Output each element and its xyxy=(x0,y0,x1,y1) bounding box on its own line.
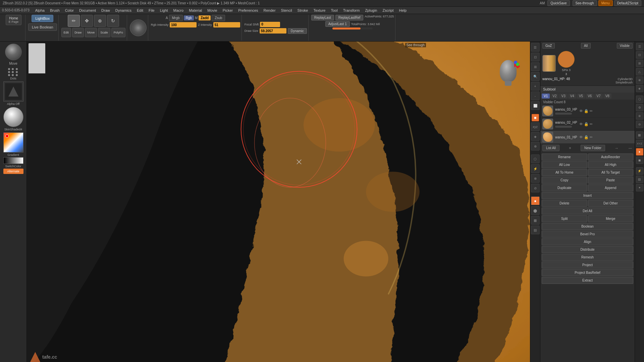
boolean-btn[interactable]: Boolean xyxy=(542,223,633,230)
extract-btn[interactable]: Extract xyxy=(542,277,633,284)
side-icon-misc2[interactable]: ▤ xyxy=(531,226,540,234)
default-zscript-btn[interactable]: DefaultZScript xyxy=(614,0,641,6)
gradient-bar[interactable] xyxy=(3,157,23,164)
rename-btn[interactable]: Rename xyxy=(542,154,587,161)
edit-icon-02[interactable]: ✏ xyxy=(590,122,593,126)
zadd-btn[interactable]: Zadd xyxy=(199,15,211,20)
alpha-preview[interactable] xyxy=(3,81,23,102)
dash-icon[interactable]: — xyxy=(628,146,633,150)
menu-color[interactable]: Color xyxy=(63,8,76,13)
tab-v4[interactable]: V4 xyxy=(568,94,576,99)
edit-icon-01[interactable]: ✏ xyxy=(590,135,593,139)
brush-preview[interactable] xyxy=(130,19,147,36)
plus-icon[interactable]: + xyxy=(568,146,573,150)
move-tool-btn[interactable]: ✥ xyxy=(81,15,93,27)
cylinder-thumb[interactable] xyxy=(542,55,556,72)
move-btn[interactable]: Move xyxy=(85,28,97,37)
rp-icon-xyz[interactable]: XYZ xyxy=(636,140,643,147)
rp-icon-linefill[interactable]: ▦ xyxy=(636,131,643,139)
distribute-btn[interactable]: Distribute xyxy=(542,246,633,253)
side-icon-snap2[interactable]: ⊕ xyxy=(531,142,540,150)
rp-icon-3[interactable]: ⊞ xyxy=(636,60,643,67)
insert-btn[interactable]: Insert xyxy=(542,192,633,199)
replay-last-ref-btn[interactable]: ReplayLastRef xyxy=(335,15,364,20)
rp-icon-zremesh[interactable]: ⚙ xyxy=(636,104,643,111)
side-icon-xyz[interactable]: xyz xyxy=(531,122,540,131)
color-picker[interactable] xyxy=(3,132,23,153)
side-icon-misc[interactable]: ▦ xyxy=(531,216,540,225)
side-icon-brush[interactable]: ⬤ xyxy=(531,206,540,215)
copy-btn[interactable]: Copy xyxy=(542,177,587,184)
rp-icon-polygroup[interactable]: ⊗ xyxy=(636,112,643,120)
rp-icon-orange[interactable]: ● xyxy=(636,148,643,156)
dynamic-btn[interactable]: Dynamic xyxy=(288,28,307,34)
menu-brush[interactable]: Brush xyxy=(48,8,62,13)
delete-btn[interactable]: Delete xyxy=(542,200,587,207)
side-icon-zoom-actual[interactable]: ⊡ xyxy=(531,53,540,61)
rp-icon-mirror[interactable]: ⊖ xyxy=(636,121,643,128)
quick-save-btn[interactable]: QuickSave xyxy=(547,0,570,6)
menu-stencil[interactable]: Stencil xyxy=(279,8,294,13)
side-icon-zoom-all[interactable]: ⊞ xyxy=(531,62,540,71)
alternate-btn[interactable]: Alternate xyxy=(3,169,23,174)
tab-v5[interactable]: V5 xyxy=(577,94,585,99)
draw-btn[interactable]: Draw xyxy=(72,28,84,37)
rp-icon-sculpt3[interactable]: ▤ xyxy=(636,176,643,183)
visibility-slider-03[interactable] xyxy=(555,113,572,115)
append-btn[interactable]: Append xyxy=(588,184,634,191)
menu-movie[interactable]: Movie xyxy=(205,8,219,13)
draw-size-slider[interactable]: 59.2057 xyxy=(260,28,286,34)
remesh-btn[interactable]: Remesh xyxy=(542,254,633,261)
side-icon-orange2[interactable]: ■ xyxy=(531,196,540,205)
menu-render[interactable]: Render xyxy=(261,8,278,13)
menu-stroke[interactable]: Stroke xyxy=(295,8,311,13)
side-icon-zoom[interactable]: 🔍 xyxy=(531,72,540,81)
scale-btn[interactable]: Scale xyxy=(98,28,110,37)
tab-v2[interactable]: V2 xyxy=(550,94,558,99)
rp-icon-5[interactable]: ⊕ xyxy=(636,76,643,84)
rotate-btn[interactable]: PolyFo xyxy=(111,28,125,37)
rgb-intensity-slider[interactable]: 100 xyxy=(170,22,197,27)
menu-file[interactable]: File xyxy=(146,8,157,13)
side-icon-orange[interactable]: ◼ xyxy=(532,114,539,121)
list-all-btn[interactable]: List All xyxy=(542,145,559,151)
menu-draw[interactable]: Draw xyxy=(99,8,112,13)
edit-btn[interactable]: Edit xyxy=(61,28,71,37)
duplicate-btn[interactable]: Duplicate xyxy=(542,184,587,191)
eye-icon-03[interactable]: 👁 xyxy=(579,109,583,113)
tab-v6[interactable]: V6 xyxy=(586,94,594,99)
side-icon-snap[interactable]: ◈ xyxy=(531,132,540,141)
project-bas-relief-btn[interactable]: Project BasRelief xyxy=(542,269,633,276)
tab-v1[interactable]: V1 xyxy=(542,94,550,99)
scale-tool-btn[interactable]: ⊕ xyxy=(94,15,106,27)
replay-last-btn[interactable]: ReplayLast xyxy=(311,15,334,20)
menu-tool[interactable]: Tool xyxy=(328,8,340,13)
adjust-last-btn[interactable]: AdjustLast 1 xyxy=(325,21,350,27)
all-to-target-btn[interactable]: All To Target xyxy=(588,169,634,176)
menu-dynamics[interactable]: Dynamics xyxy=(113,8,134,13)
simple-brush-thumb[interactable] xyxy=(558,51,575,68)
lock-icon-02[interactable]: 🔒 xyxy=(584,122,589,126)
rgb-btn[interactable]: Rgb xyxy=(184,15,194,20)
side-icon-zoom-in[interactable]: + xyxy=(531,82,540,90)
side-icon-poly[interactable]: ⬡ xyxy=(531,155,540,163)
go-z-btn[interactable]: GoZ xyxy=(542,43,555,49)
menu-preferences[interactable]: Preferences xyxy=(236,8,260,13)
menu-zplugin[interactable]: Zplugin xyxy=(363,8,379,13)
rp-icon-7[interactable]: ⬡ xyxy=(636,96,643,103)
see-through-btn[interactable]: See-through xyxy=(573,0,597,6)
rp-icon-1[interactable]: ☰ xyxy=(636,43,643,50)
tab-v3[interactable]: V3 xyxy=(559,94,567,99)
edit-icon-03[interactable]: ✏ xyxy=(590,109,593,113)
home-page-btn[interactable]: Home E Page xyxy=(6,15,22,25)
menu-transform[interactable]: Transform xyxy=(341,8,362,13)
menu-texture[interactable]: Texture xyxy=(311,8,328,13)
rotate-tool-btn[interactable]: ↻ xyxy=(107,15,119,27)
rp-icon-last[interactable]: ✦ xyxy=(636,184,643,191)
menu-btn[interactable]: Menu xyxy=(598,0,613,6)
lightbox-btn[interactable]: LightBox xyxy=(32,15,53,22)
del-other-btn[interactable]: Del Other xyxy=(588,200,634,207)
zsub-btn[interactable]: Zsub xyxy=(212,15,225,21)
del-all-btn[interactable]: Del All xyxy=(542,207,633,215)
menu-help[interactable]: Help xyxy=(396,8,409,13)
